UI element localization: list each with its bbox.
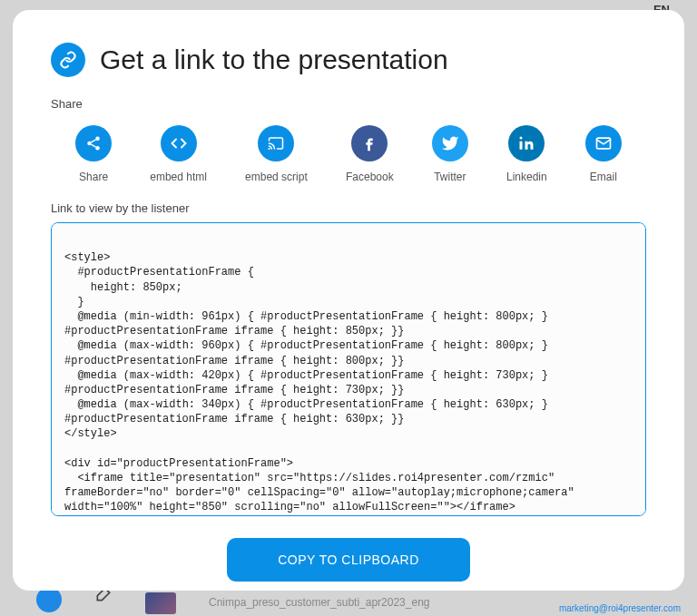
share-item-label: Twitter bbox=[434, 171, 466, 183]
bg-avatar-circle bbox=[36, 587, 62, 612]
thumbnail-image bbox=[145, 592, 176, 614]
facebook-icon bbox=[351, 125, 388, 161]
link-label: Link to view by the listener bbox=[51, 201, 646, 215]
share-option-embed-script[interactable]: embed script bbox=[245, 125, 308, 183]
share-item-label: embed html bbox=[150, 171, 207, 183]
bg-email: marketing@roi4presenter.com bbox=[559, 603, 681, 613]
share-option-facebook[interactable]: Facebook bbox=[346, 125, 394, 183]
share-option-email[interactable]: Email bbox=[585, 125, 622, 183]
svg-rect-4 bbox=[520, 142, 523, 150]
code-icon bbox=[161, 125, 197, 161]
svg-point-5 bbox=[520, 137, 523, 140]
share-option-share[interactable]: Share bbox=[75, 125, 112, 183]
svg-point-0 bbox=[95, 137, 100, 142]
share-item-label: embed script bbox=[245, 171, 308, 183]
share-option-linkedin[interactable]: Linkedin bbox=[506, 125, 547, 183]
svg-point-2 bbox=[95, 146, 100, 151]
share-modal: Get a link to the presentation Share Sha… bbox=[13, 10, 684, 591]
linkedin-icon bbox=[508, 125, 545, 161]
share-item-label: Email bbox=[590, 171, 617, 183]
share-label: Share bbox=[51, 97, 646, 111]
share-icon bbox=[75, 125, 112, 161]
modal-header: Get a link to the presentation bbox=[51, 43, 646, 77]
share-item-label: Facebook bbox=[346, 171, 394, 183]
share-options-row: Share embed html embed script Facebook T… bbox=[51, 125, 646, 183]
share-option-embed-html[interactable]: embed html bbox=[150, 125, 207, 183]
link-icon bbox=[51, 43, 85, 77]
share-option-twitter[interactable]: Twitter bbox=[432, 125, 468, 183]
svg-point-3 bbox=[270, 149, 270, 150]
twitter-icon bbox=[432, 125, 468, 161]
svg-point-1 bbox=[87, 142, 92, 146]
modal-title: Get a link to the presentation bbox=[100, 44, 448, 75]
cast-icon bbox=[258, 125, 294, 161]
embed-code-textarea[interactable] bbox=[51, 222, 646, 516]
share-item-label: Share bbox=[79, 171, 108, 183]
copy-clipboard-button[interactable]: COPY TO CLIPBOARD bbox=[227, 538, 470, 582]
bg-filename: Cnimpa_preso_customer_subti_apr2023_eng bbox=[209, 596, 430, 609]
share-item-label: Linkedin bbox=[506, 171, 547, 183]
email-icon bbox=[585, 125, 622, 161]
